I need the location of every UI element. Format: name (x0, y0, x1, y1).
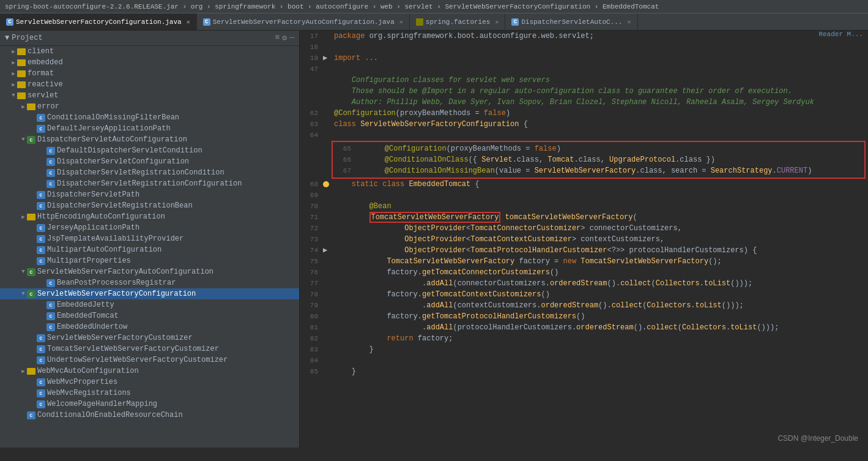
tree-label-cond-filter: ConditionalOnMissingFilterBean (47, 113, 179, 122)
line-number-66: 66 (333, 154, 356, 165)
sidebar-settings-icon[interactable]: ⚙ (282, 33, 287, 43)
code-line-70: 70 @Bean (300, 201, 868, 212)
line-content-62: @Configuration(proxyBeanMethods = false) (332, 108, 868, 119)
code-line-19: 19 ▶ import ... (300, 53, 868, 64)
gutter-70 (323, 201, 332, 212)
tab-close-icon-3[interactable]: ✕ (495, 18, 499, 26)
reader-mode-button[interactable]: Reader M... (818, 31, 863, 38)
gutter-74: ▶ (323, 245, 332, 256)
gutter-72 (323, 223, 332, 234)
tree-item-reactive[interactable]: ▶ reactive (0, 79, 299, 90)
code-line-66: 66 @ConditionalOnClass({ Servlet.class, … (333, 154, 864, 165)
inline-red-box-factory: TomcatServletWebServerFactory (369, 212, 501, 223)
tab-servlet-factory-config[interactable]: C ServletWebServerFactoryConfiguration.j… (0, 13, 197, 31)
tree-item-multipart-props[interactable]: ▶ C MultipartProperties (0, 255, 299, 266)
tab-servlet-factory-auto[interactable]: C ServletWebServerFactoryAutoConfigurati… (197, 13, 410, 31)
tree-item-error[interactable]: ▶ error (0, 101, 299, 112)
tab-close-icon-2[interactable]: ✕ (399, 18, 403, 26)
gutter-80 (323, 311, 332, 322)
class-icon-dispatcher-path: C (37, 191, 45, 199)
tree-item-cond-filter[interactable]: ▶ C ConditionalOnMissingFilterBean (0, 112, 299, 123)
tree-item-dispatcher-auto[interactable]: ▼ C DispatcherServletAutoConfiguration (0, 134, 299, 145)
class-icon-multipart-props: C (37, 257, 45, 265)
tree-item-swsfac-config[interactable]: ▼ C ServletWebServerFactoryConfiguration (0, 288, 299, 299)
code-line-80: 80 factory.getTomcatProtocolHandlerCusto… (300, 311, 868, 322)
tab-class-icon-2: C (203, 18, 210, 26)
tab-dispatcher-servlet[interactable]: C DispatcherServletAutoC... ✕ (505, 13, 637, 31)
tab-close-icon-4[interactable]: ✕ (627, 18, 631, 26)
tree-item-jersey-app-path[interactable]: ▶ C JerseyApplicationPath (0, 222, 299, 233)
folder-icon-webmvc-auto (27, 368, 35, 375)
gutter-81 (323, 322, 332, 333)
tree-arrow-embedded: ▶ (10, 59, 17, 66)
tree-item-jsp-template[interactable]: ▶ C JspTemplateAvailabilityProvider (0, 233, 299, 244)
tab-close-icon[interactable]: ✕ (187, 18, 190, 26)
tree-item-dispatcher-config[interactable]: ▶ C DispatcherServletConfiguration (0, 156, 299, 167)
tree-item-undertow-customizer[interactable]: ▶ C UndertowServletWebServerFactoryCusto… (0, 354, 299, 365)
tree-item-tomcat[interactable]: ▶ C EmbeddedTomcat (0, 310, 299, 321)
class-icon-swsfac-config: C (27, 290, 35, 298)
line-content-76: factory.getTomcatConnectorCustomizers() (332, 267, 868, 278)
tree-item-swsfac-auto[interactable]: ▼ C ServletWebServerFactoryAutoConfigura… (0, 266, 299, 277)
line-content-74: ObjectProvider<TomcatProtocolHandlerCust… (332, 245, 868, 256)
tree-item-jetty[interactable]: ▶ C EmbeddedJetty (0, 299, 299, 310)
tree-item-dispatcher-path[interactable]: ▶ C DispatcherServletPath (0, 189, 299, 200)
line-content-83: } (332, 344, 868, 355)
gutter-85 (323, 366, 332, 377)
tree-item-dispatcher-reg-config[interactable]: ▶ C DispatcherServletRegistrationConfigu… (0, 178, 299, 189)
gutter-71 (323, 212, 332, 223)
line-number-cmt3 (300, 97, 323, 108)
tree-item-client[interactable]: ▶ client (0, 46, 299, 57)
line-number-74: 74 (300, 245, 323, 256)
line-number-71: 71 (300, 212, 323, 223)
line-content-68: static class EmbeddedTomcat { (332, 179, 868, 190)
gutter-66 (356, 154, 365, 165)
tree-item-servlet[interactable]: ▼ servlet (0, 90, 299, 101)
title-bar: spring-boot-autoconfigure-2.2.6.RELEASE.… (0, 0, 868, 13)
tree-item-swsfac-customizer[interactable]: ▶ C ServletWebServerFactoryCustomizer (0, 332, 299, 343)
folder-icon-reactive (17, 81, 26, 88)
tree-item-dispatcher-reg-cond[interactable]: ▶ C DispatcherServletRegistrationConditi… (0, 167, 299, 178)
sidebar: ▼ Project ≡ ⚙ — ▶ client ▶ (0, 31, 300, 448)
line-number-76: 76 (300, 267, 323, 278)
line-content-17: package org.springframework.boot.autocon… (332, 31, 868, 42)
code-line-cmt1: Configuration classes for servlet web se… (300, 75, 868, 86)
tree-item-http-encoding[interactable]: ▶ HttpEncodingAutoConfiguration (0, 211, 299, 222)
code-line-18: 18 (300, 42, 868, 53)
tree-arrow-dispatcher-auto: ▼ (20, 137, 27, 143)
tree-item-undertow[interactable]: ▶ C EmbeddedUndertow (0, 321, 299, 332)
class-icon-jersey-app-path: C (37, 224, 45, 232)
line-content-73: ObjectProvider<TomcatContextCustomizer> … (332, 234, 868, 245)
tree-item-webmvc-auto[interactable]: ▶ WebMvcAutoConfiguration (0, 365, 299, 377)
tree-item-welcome-page[interactable]: ▶ C WelcomePageHandlerMapping (0, 399, 299, 410)
folder-icon-http-encoding (27, 214, 35, 220)
tree-item-webmvc-props[interactable]: ▶ C WebMvcProperties (0, 377, 299, 388)
class-icon-swsfac-customizer: C (37, 334, 45, 342)
tree-item-webmvc-reg[interactable]: ▶ C WebMvcRegistrations (0, 388, 299, 399)
tree-item-bean-post[interactable]: ▶ C BeanPostProcessorsRegistrar (0, 277, 299, 288)
class-icon-jsp-template: C (37, 235, 45, 243)
tree-label-undertow-customizer: UndertowServletWebServerFactoryCustomize… (47, 356, 228, 364)
code-line-cmt3: Author: Phillip Webb, Dave Syer, Ivan So… (300, 97, 868, 108)
tree-item-dispatcher-reg-bean[interactable]: ▶ C DispatcherServletRegistrationBean (0, 200, 299, 211)
tree-item-cond-resource[interactable]: ▶ C ConditionalOnEnabledResourceChain (0, 410, 299, 421)
tree-item-format[interactable]: ▶ format (0, 68, 299, 79)
line-number-80: 80 (300, 311, 323, 322)
code-line-85: 85 } (300, 366, 868, 377)
tree-item-tomcat-customizer[interactable]: ▶ C TomcatServletWebServerFactoryCustomi… (0, 343, 299, 354)
sidebar-minimize-icon[interactable]: — (289, 33, 294, 43)
class-icon-multipart-auto: C (37, 246, 45, 254)
tree-item-embedded[interactable]: ▶ embedded (0, 57, 299, 68)
line-content-70: @Bean (332, 201, 868, 212)
tree-label-default-dispatcher: DefaultDispatcherServletCondition (57, 146, 202, 155)
sidebar-collapse-icon[interactable]: ≡ (275, 33, 280, 43)
tree-item-multipart-auto[interactable]: ▶ C MultipartAutoConfiguration (0, 244, 299, 255)
class-icon-dispatcher-reg-cond: C (46, 169, 55, 177)
tree-item-default-dispatcher[interactable]: ▶ C DefaultDispatcherServletCondition (0, 145, 299, 156)
main-area: ▼ Project ≡ ⚙ — ▶ client ▶ (0, 31, 868, 448)
tree-item-jersey-path[interactable]: ▶ C DefaultJerseyApplicationPath (0, 123, 299, 134)
tab-spring-factories[interactable]: spring.factories ✕ (410, 13, 506, 31)
code-line-74: 74 ▶ ObjectProvider<TomcatProtocolHandle… (300, 245, 868, 256)
gutter-69 (323, 190, 332, 201)
code-line-64: 64 (300, 130, 868, 141)
